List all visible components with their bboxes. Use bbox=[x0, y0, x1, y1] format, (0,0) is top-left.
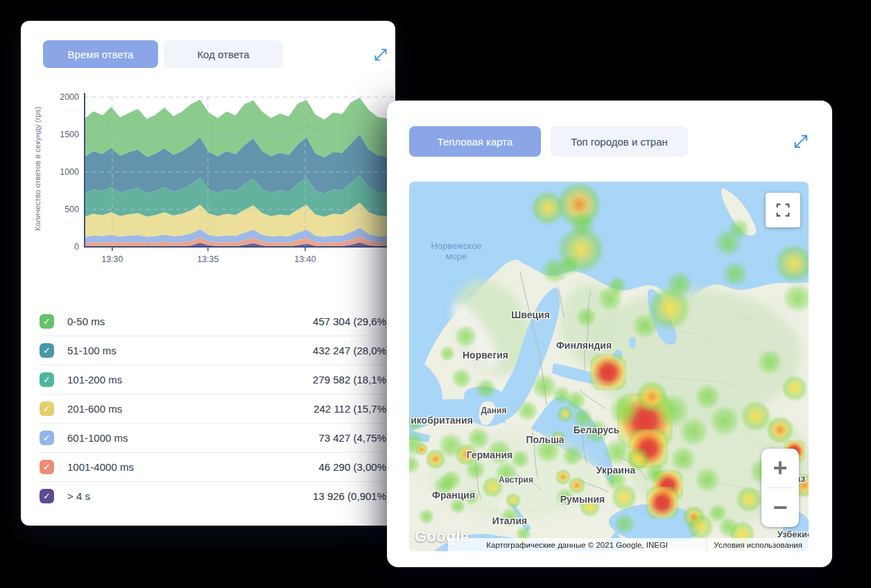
legend-row: ✓51-100 ms432 247 (28,0%) bbox=[40, 336, 395, 365]
legend-checkbox[interactable]: ✓ bbox=[40, 372, 54, 387]
svg-text:13:30: 13:30 bbox=[101, 254, 123, 264]
legend-label: 101-200 ms bbox=[67, 374, 122, 386]
zoom-in-button[interactable]: + bbox=[761, 449, 799, 487]
svg-text:13:35: 13:35 bbox=[197, 254, 218, 264]
tab-response-time[interactable]: Время ответа bbox=[43, 40, 158, 68]
legend-value: 73 427 (4,75%) bbox=[318, 432, 390, 444]
legend-checkbox[interactable]: ✓ bbox=[40, 343, 54, 358]
legend-value: 46 290 (3,00%) bbox=[318, 461, 390, 473]
map-attribution: Картографические данные © 2021 Google, I… bbox=[448, 538, 809, 551]
svg-text:500: 500 bbox=[64, 205, 79, 214]
legend-row: ✓0-50 ms457 304 (29,6%) bbox=[40, 307, 395, 336]
svg-text:0: 0 bbox=[74, 242, 79, 252]
legend-value: 432 247 (28,0%) bbox=[313, 345, 390, 356]
zoom-control: + − bbox=[761, 449, 799, 527]
heatmap[interactable]: ШвецияНорвегияФинляндияДанияикобританияБ… bbox=[409, 182, 809, 551]
legend-label: 1001-4000 ms bbox=[67, 461, 134, 473]
legend-label: 0-50 ms bbox=[67, 315, 105, 327]
terms-link[interactable]: Условия использования bbox=[707, 538, 809, 551]
response-time-chart: 13:3013:3513:400500100015002000 bbox=[21, 90, 395, 284]
expand-icon[interactable] bbox=[791, 132, 811, 151]
tab-heatmap[interactable]: Тепловая карта bbox=[409, 126, 541, 157]
svg-text:1500: 1500 bbox=[60, 130, 79, 139]
svg-text:13:40: 13:40 bbox=[294, 254, 316, 264]
expand-icon[interactable] bbox=[372, 46, 390, 64]
legend-label: > 4 s bbox=[67, 490, 90, 502]
legend-table: ✓0-50 ms457 304 (29,6%)✓51-100 ms432 247… bbox=[40, 307, 395, 510]
response-time-card: Время ответа Код ответа Количество ответ… bbox=[21, 21, 395, 526]
legend-label: 201-600 ms bbox=[67, 403, 122, 415]
map-base bbox=[409, 182, 809, 551]
legend-row: ✓601-1000 ms73 427 (4,75%) bbox=[40, 424, 395, 453]
legend-value: 13 926 (0,901%) bbox=[313, 490, 390, 502]
attribution-text: Картографические данные © 2021 Google, I… bbox=[448, 538, 706, 551]
legend-value: 242 112 (15,7%) bbox=[313, 403, 390, 415]
legend-label: 601-1000 ms bbox=[67, 432, 128, 444]
legend-checkbox[interactable]: ✓ bbox=[40, 314, 54, 329]
legend-row: ✓1001-4000 ms46 290 (3,00%) bbox=[40, 453, 395, 482]
zoom-out-button[interactable]: − bbox=[761, 488, 799, 527]
tab-response-code[interactable]: Код ответа bbox=[164, 40, 283, 68]
tab-top-cities[interactable]: Топ городов и стран bbox=[551, 126, 688, 157]
svg-text:1000: 1000 bbox=[60, 167, 79, 177]
legend-row: ✓201-600 ms242 112 (15,7%) bbox=[40, 395, 395, 424]
svg-text:2000: 2000 bbox=[60, 92, 79, 102]
legend-value: 279 582 (18,1%) bbox=[313, 374, 390, 386]
legend-label: 51-100 ms bbox=[67, 345, 117, 356]
legend-row: ✓101-200 ms279 582 (18,1%) bbox=[40, 365, 395, 395]
legend-checkbox[interactable]: ✓ bbox=[40, 431, 54, 445]
fullscreen-button[interactable] bbox=[766, 193, 800, 227]
legend-checkbox[interactable]: ✓ bbox=[40, 489, 54, 503]
legend-checkbox[interactable]: ✓ bbox=[40, 460, 54, 474]
geo-card: Тепловая карта Топ городов и стран bbox=[387, 101, 832, 567]
legend-checkbox[interactable]: ✓ bbox=[40, 401, 54, 416]
legend-value: 457 304 (29,6%) bbox=[313, 315, 390, 327]
fullscreen-icon bbox=[775, 202, 791, 218]
legend-row: ✓> 4 s13 926 (0,901%) bbox=[40, 482, 395, 510]
